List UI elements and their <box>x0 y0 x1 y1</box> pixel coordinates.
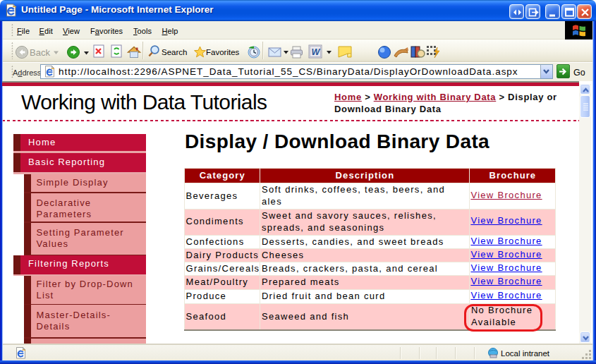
svg-text:W: W <box>312 47 321 57</box>
svg-text:Back: Back <box>30 47 50 58</box>
